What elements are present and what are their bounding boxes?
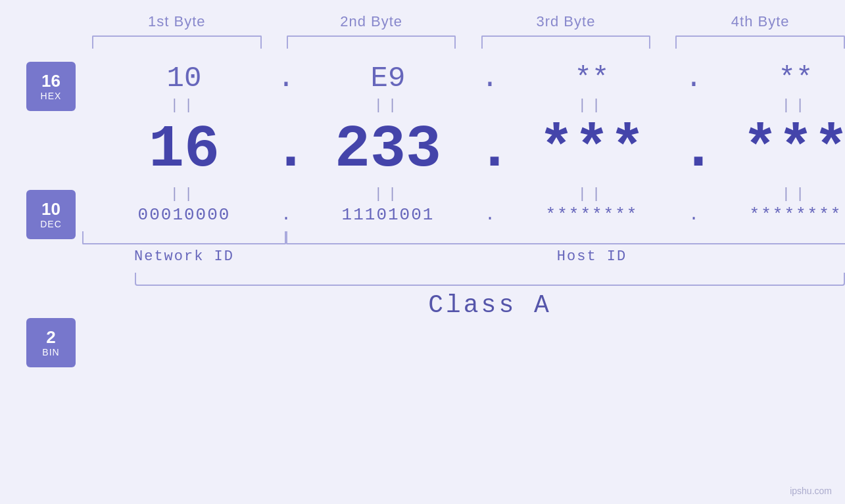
dec-dot2: .: [477, 116, 503, 183]
host-bottom-bracket: [286, 231, 845, 244]
network-id-label: Network ID: [82, 248, 286, 265]
bracket-byte1: [92, 35, 262, 49]
equals-row-2: || || || ||: [82, 186, 845, 202]
bin-dot1: .: [273, 205, 299, 225]
hex-dot3: .: [681, 62, 707, 95]
byte-headers-row: 1st Byte 2nd Byte 3rd Byte 4th Byte: [0, 13, 845, 30]
data-section: 10 . E9 . ** . ** || || || || 16: [82, 62, 845, 319]
dec-dot3: .: [681, 116, 707, 183]
byte2-header: 2nd Byte: [287, 13, 456, 30]
main-content: 16 HEX 10 DEC 2 BIN 10 . E9 . ** . **: [0, 62, 845, 367]
bin-byte1: 00010000: [95, 205, 273, 225]
dec-byte4: ***: [707, 120, 845, 179]
watermark: ipshu.com: [790, 486, 832, 496]
host-id-label: Host ID: [286, 248, 845, 265]
bracket-byte2: [287, 35, 456, 49]
dec-byte1: 16: [95, 120, 273, 179]
bin-badge: 2 BIN: [26, 318, 76, 367]
bin-byte2: 11101001: [299, 205, 477, 225]
bin-byte3: ********: [503, 205, 681, 225]
bracket-byte3: [481, 35, 651, 49]
bin-data-row: 00010000 . 11101001 . ******** . *******…: [82, 205, 845, 225]
eq2-b1: ||: [95, 186, 273, 202]
hex-badge-label: HEX: [41, 91, 62, 101]
outer-bracket-container: Class A: [135, 273, 845, 319]
hex-dot2: .: [477, 62, 503, 95]
byte4-header: 4th Byte: [675, 13, 845, 30]
class-label: Class A: [135, 291, 845, 319]
hex-byte1: 10: [95, 62, 273, 95]
eq2-b4: ||: [707, 186, 845, 202]
bin-byte4: ********: [707, 205, 845, 225]
dec-badge: 10 DEC: [26, 190, 76, 239]
eq1-b4: ||: [707, 97, 845, 114]
eq2-b3: ||: [503, 186, 681, 202]
hex-byte4: **: [707, 62, 845, 95]
eq1-b2: ||: [299, 97, 477, 114]
byte1-header: 1st Byte: [92, 13, 262, 30]
hex-byte2: E9: [299, 62, 477, 95]
network-bottom-bracket: [82, 231, 286, 244]
hex-badge: 16 HEX: [26, 62, 76, 111]
bracket-byte4: [675, 35, 845, 49]
bin-dot2: .: [477, 205, 503, 225]
top-brackets: [0, 35, 845, 49]
equals-row-1: || || || ||: [82, 97, 845, 114]
hex-byte3: **: [503, 62, 681, 95]
bin-badge-number: 2: [46, 328, 55, 347]
bin-dot3: .: [681, 205, 707, 225]
byte3-header: 3rd Byte: [481, 13, 651, 30]
main-container: 1st Byte 2nd Byte 3rd Byte 4th Byte 16 H…: [0, 0, 845, 504]
hex-data-row: 10 . E9 . ** . **: [82, 62, 845, 95]
bin-badge-label: BIN: [42, 347, 59, 357]
dec-badge-label: DEC: [40, 219, 62, 229]
hex-dot1: .: [273, 62, 299, 95]
network-host-labels: Network ID Host ID: [82, 248, 845, 265]
dec-dot1: .: [273, 116, 299, 183]
outer-bottom-bracket: [135, 273, 845, 286]
dec-byte2: 233: [299, 120, 477, 179]
dec-data-row: 16 . 233 . *** . ***: [82, 116, 845, 183]
eq1-b1: ||: [95, 97, 273, 114]
eq1-b3: ||: [503, 97, 681, 114]
dec-byte3: ***: [503, 120, 681, 179]
bottom-brackets: [82, 231, 845, 244]
eq2-b2: ||: [299, 186, 477, 202]
badges-column: 16 HEX 10 DEC 2 BIN: [26, 62, 76, 367]
dec-badge-number: 10: [41, 200, 60, 219]
hex-badge-number: 16: [41, 72, 60, 91]
